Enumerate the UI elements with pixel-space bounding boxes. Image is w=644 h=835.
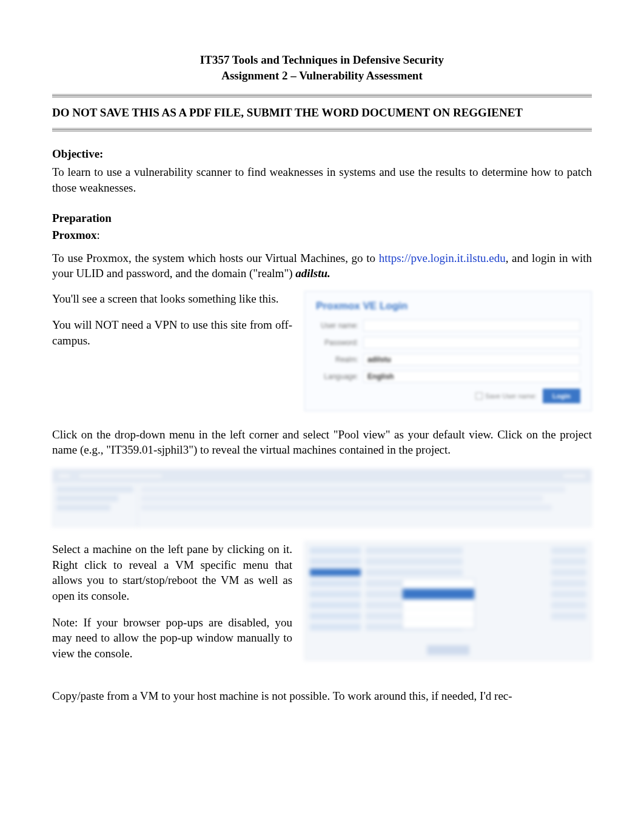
login-dialog: Proxmox VE Login User name: Password: Re… xyxy=(304,291,592,411)
course-title: IT357 Tools and Techniques in Defensive … xyxy=(52,52,592,68)
vm-p1: Select a machine on the left pane by cli… xyxy=(52,542,292,604)
proxmox-intro: To use Proxmox, the system which hosts o… xyxy=(52,250,592,281)
login-screenshot: Proxmox VE Login User name: Password: Re… xyxy=(304,291,592,411)
objective-heading: Objective: xyxy=(52,147,592,161)
password-input[interactable] xyxy=(363,337,580,349)
vm-p2: Note: If your browser pop-ups are disabl… xyxy=(52,615,292,662)
context-menu[interactable] xyxy=(402,578,475,629)
language-select[interactable]: English xyxy=(363,371,580,383)
save-username-checkbox[interactable]: Save User name: xyxy=(475,392,537,400)
username-input[interactable] xyxy=(363,320,580,332)
preparation-heading: Preparation xyxy=(52,212,592,225)
proxmox-url-link[interactable]: https://pve.login.it.ilstu.edu xyxy=(379,252,506,264)
vm-context-menu-panel xyxy=(304,542,592,660)
login-left-text: You'll see a screen that looks something… xyxy=(52,291,292,360)
submission-warning: DO NOT SAVE THIS AS A PDF FILE, SUBMIT T… xyxy=(52,106,592,119)
checkbox-icon xyxy=(475,392,483,400)
objective-text: To learn to use a vulnerability scanner … xyxy=(52,164,592,195)
vm-left-text: Select a machine on the left pane by cli… xyxy=(52,542,292,672)
pool-view-text: Click on the drop-down menu in the left … xyxy=(52,427,592,458)
proxmox-subheading: Proxmox: xyxy=(52,229,592,242)
realm-value: adilstu. xyxy=(295,267,330,280)
login-two-column: You'll see a screen that looks something… xyxy=(52,291,592,411)
login-button[interactable]: Login xyxy=(543,389,580,403)
vm-screenshot xyxy=(304,542,592,660)
login-p1: You'll see a screen that looks something… xyxy=(52,291,292,307)
dashboard-screenshot xyxy=(52,469,592,527)
language-label: Language: xyxy=(316,372,363,381)
vm-two-column: Select a machine on the left pane by cli… xyxy=(52,542,592,672)
realm-label: Realm: xyxy=(316,355,363,364)
divider-top xyxy=(52,94,592,98)
assignment-title: Assignment 2 – Vulnerability Assessment xyxy=(52,68,592,84)
login-dialog-title: Proxmox VE Login xyxy=(316,300,580,312)
username-label: User name: xyxy=(316,321,363,330)
copy-paste-text: Copy/paste from a VM to your host machin… xyxy=(52,688,592,704)
proxmox-label: Proxmox xyxy=(52,229,97,241)
password-label: Password: xyxy=(316,338,363,347)
realm-select[interactable]: adilstu xyxy=(363,354,580,366)
document-header: IT357 Tools and Techniques in Defensive … xyxy=(52,52,592,83)
login-p2: You will NOT need a VPN to use this site… xyxy=(52,317,292,348)
divider-bottom xyxy=(52,128,592,132)
